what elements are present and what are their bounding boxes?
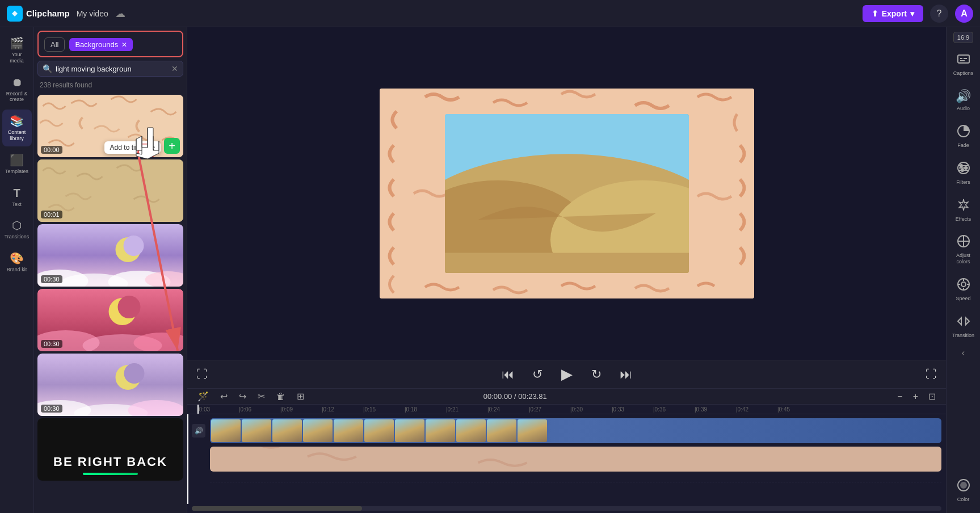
transition-icon	[957, 314, 970, 331]
svg-point-14	[118, 296, 141, 318]
undo-button[interactable]: ↩	[217, 389, 231, 404]
add-timeline-tooltip: Add to timeline	[104, 141, 161, 154]
right-nav-effects[interactable]: Effects	[949, 192, 978, 228]
pip-button[interactable]: ⛶	[196, 368, 208, 381]
sidebar-item-record[interactable]: ⏺ Record & create	[2, 71, 32, 108]
svg-point-43	[961, 282, 966, 287]
zoom-controls: − + ⊡	[894, 389, 939, 404]
thumb-time-5: 00:30	[41, 405, 62, 413]
right-sidebar: 16:9 Captions 🔊 Audio	[946, 27, 980, 513]
svg-point-19	[124, 363, 145, 384]
export-button[interactable]: ⬆ Export ▾	[863, 5, 923, 22]
forward-button[interactable]: ↻	[586, 364, 607, 385]
video-clip-frames	[210, 418, 941, 443]
skip-forward-button[interactable]: ⏭	[616, 364, 636, 385]
magic-tool-button[interactable]: 🪄	[194, 389, 212, 404]
ruler-mark-2: |0:09	[280, 406, 322, 413]
ruler-mark-9: |0:30	[570, 406, 612, 413]
ruler-mark-0: |0:03	[197, 406, 239, 413]
templates-icon: ⬛	[10, 153, 24, 167]
cloud-icon: ☁	[115, 7, 125, 20]
fade-icon	[957, 124, 970, 141]
clear-search-icon[interactable]: ✕	[171, 64, 178, 73]
logo-icon	[7, 6, 23, 22]
thumbnail-2[interactable]: 00:01	[37, 159, 183, 222]
ruler-mark-4: |0:15	[363, 406, 405, 413]
zoom-in-button[interactable]: +	[910, 389, 922, 404]
right-nav-color[interactable]: Color	[949, 473, 978, 508]
fit-button[interactable]: ⊡	[925, 389, 939, 404]
timeline-toolbar: 🪄 ↩ ↪ ✂ 🗑 ⊞ 00:00.00 / 00:23.81 − + ⊡	[187, 389, 946, 405]
speed-icon	[957, 277, 970, 294]
svg-point-36	[960, 165, 962, 167]
help-button[interactable]: ?	[930, 5, 948, 23]
aspect-ratio-badge[interactable]: 16:9	[953, 32, 973, 43]
effects-icon	[957, 198, 970, 215]
export-icon: ⬆	[872, 9, 878, 18]
cut-button[interactable]: ✂	[254, 389, 268, 404]
timeline-scrollbar[interactable]	[192, 506, 941, 511]
background-clip[interactable]	[210, 447, 941, 472]
left-nav: 🎬 Your media ⏺ Record & create 📚 Content…	[0, 27, 34, 513]
thumbnail-4[interactable]: 00:30	[37, 289, 183, 351]
filter-all-button[interactable]: All	[44, 37, 65, 52]
thumb-time-4: 00:30	[41, 340, 62, 348]
thumbnails-grid: 00:00 + Add to timeline	[34, 92, 187, 513]
right-nav-adjust-colors[interactable]: Adjust colors	[949, 229, 978, 271]
delete-button[interactable]: 🗑	[273, 389, 289, 404]
right-nav-captions[interactable]: Captions	[949, 47, 978, 82]
sidebar-item-your-media[interactable]: 🎬 Your media	[2, 32, 32, 69]
right-nav-audio[interactable]: 🔊 Audio	[949, 83, 978, 117]
thumbnail-6[interactable]: BE RIGHT BACK	[37, 418, 183, 481]
rewind-button[interactable]: ↺	[527, 364, 548, 385]
ruler-mark-11: |0:36	[653, 406, 695, 413]
fullscreen-button[interactable]: ⛶	[926, 368, 937, 381]
backgrounds-filter-tag[interactable]: Backgrounds ✕	[69, 38, 133, 51]
thumb-time-3: 00:30	[41, 275, 62, 283]
user-avatar[interactable]: A	[955, 5, 973, 23]
top-bar-right: ⬆ Export ▾ ? A	[863, 5, 973, 23]
right-nav-fade[interactable]: Fade	[949, 119, 978, 154]
track-audio-icon: 🔊	[192, 424, 205, 438]
zoom-out-button[interactable]: −	[894, 389, 906, 404]
video-track: 🔊	[192, 418, 941, 444]
video-clip[interactable]	[210, 418, 941, 443]
video-title[interactable]: My video	[77, 9, 108, 18]
skip-back-button[interactable]: ⏮	[498, 364, 518, 385]
thumbnail-1[interactable]: 00:00 + Add to timeline	[37, 95, 183, 157]
right-nav-speed[interactable]: Speed	[949, 272, 978, 308]
sidebar-item-templates[interactable]: ⬛ Templates	[2, 149, 32, 179]
ruler-mark-12: |0:39	[695, 406, 736, 413]
remove-filter-icon[interactable]: ✕	[121, 41, 127, 49]
right-nav-filters[interactable]: Filters	[949, 155, 978, 191]
text-icon: T	[13, 186, 20, 200]
search-icon: 🔍	[43, 64, 52, 73]
ruler-mark-10: |0:33	[612, 406, 653, 413]
sidebar-item-brand-kit[interactable]: 🎨 Brand kit	[2, 247, 32, 277]
sidebar-item-transitions[interactable]: ⬡ Transitions	[2, 214, 32, 245]
svg-rect-25	[445, 253, 689, 273]
ruler-mark-3: |0:12	[322, 406, 363, 413]
add-media-button[interactable]: ⊞	[293, 389, 308, 404]
audio-icon: 🔊	[956, 89, 971, 104]
library-icon: 📚	[10, 114, 24, 128]
sidebar-item-content-library[interactable]: 📚 Content library	[2, 110, 32, 146]
thumbnail-5[interactable]: 00:30	[37, 354, 183, 416]
right-nav-transition[interactable]: Transition	[949, 309, 978, 344]
collapse-sidebar-button[interactable]: ‹	[962, 348, 965, 358]
app-logo[interactable]: Clipchamp	[7, 6, 70, 22]
search-input[interactable]	[56, 65, 168, 73]
ruler-marks: |0:03 |0:06 |0:09 |0:12 |0:15 |0:18 |0:2…	[192, 406, 819, 413]
export-chevron: ▾	[910, 9, 914, 18]
scrollbar-thumb[interactable]	[192, 506, 362, 511]
add-to-timeline-button-1[interactable]: +	[164, 138, 180, 154]
filters-icon	[957, 161, 970, 178]
results-count: 238 results found	[34, 79, 187, 92]
timeline-ruler: |0:03 |0:06 |0:09 |0:12 |0:15 |0:18 |0:2…	[187, 405, 946, 414]
brand-icon: 🎨	[10, 251, 24, 265]
thumbnail-3[interactable]: 00:30	[37, 224, 183, 287]
play-button[interactable]: ▶	[557, 364, 577, 385]
sidebar-item-text[interactable]: T Text	[2, 182, 32, 212]
redo-button[interactable]: ↪	[235, 389, 250, 404]
ruler-mark-1: |0:06	[239, 406, 280, 413]
